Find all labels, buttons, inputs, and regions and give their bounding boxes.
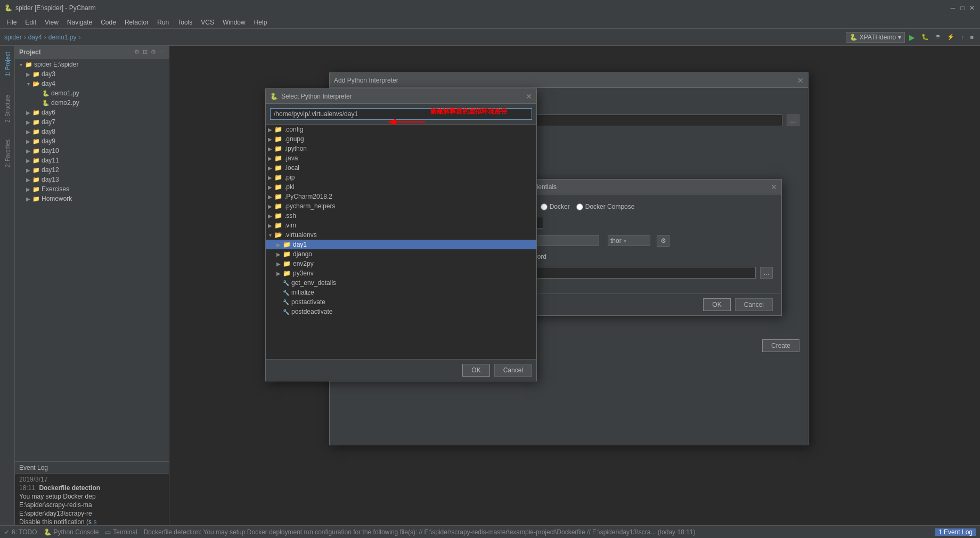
panel-header: Project ⚙ ⊞ ⚙ ─ <box>15 46 169 59</box>
menu-code[interactable]: Code <box>96 18 120 27</box>
radio-docker-compose[interactable]: Docker Compose <box>576 203 635 210</box>
sidebar-favorites-icon[interactable]: 2: Favorites <box>2 137 13 169</box>
file-item-ssh[interactable]: ▶ 📁 .ssh <box>266 211 536 221</box>
menu-run[interactable]: Run <box>153 18 173 27</box>
file-item-virtualenvs[interactable]: ▾ 📂 .virtualenvs <box>266 230 536 240</box>
radio-docker[interactable]: Docker <box>541 203 570 210</box>
file-env2py-arrow: ▶ <box>274 261 283 267</box>
status-bar: ✓ 6: TODO 🐍 Python Console ▭ Terminal Do… <box>0 525 980 538</box>
tree-item-day12[interactable]: ▶ 📁 day12 <box>15 165 169 175</box>
sidebar-project-icon[interactable]: 1: Project <box>2 48 13 80</box>
file-item-gnupg[interactable]: ▶ 📁 .gnupg <box>266 134 536 144</box>
update-button[interactable]: ↑ <box>959 33 966 42</box>
tree-item-demo2[interactable]: 🐍 demo2.py <box>15 98 169 108</box>
menu-view[interactable]: View <box>40 18 63 27</box>
auth-extra-combo[interactable]: thor ▾ <box>608 235 650 246</box>
status-python-console[interactable]: 🐍 Python Console <box>44 528 99 536</box>
run-config-combo[interactable]: 🐍 XPATHdemo ▾ <box>846 32 905 43</box>
file-item-env2py[interactable]: ▶ 📁 env2py <box>266 259 536 268</box>
panel-settings-icon[interactable]: ⚙ <box>133 48 141 55</box>
file-item-py3env[interactable]: ▶ 📁 py3env <box>266 268 536 278</box>
tree-item-demo1[interactable]: 🐍 demo1.py <box>15 88 169 98</box>
file-pycharm-label: .PyCharm2018.2 <box>284 193 332 200</box>
breadcrumb-demo1[interactable]: demo1.py <box>48 34 77 41</box>
file-item-postactivate[interactable]: 🔧 postactivate <box>266 297 536 307</box>
menu-help[interactable]: Help <box>250 18 272 27</box>
maximize-button[interactable]: □ <box>959 4 966 12</box>
tree-item-day9[interactable]: ▶ 📁 day9 <box>15 136 169 146</box>
tree-item-day8[interactable]: ▶ 📁 day8 <box>15 127 169 136</box>
file-item-ipython[interactable]: ▶ 📁 .ipython <box>266 144 536 153</box>
dialog-inner-cancel-button[interactable]: Cancel <box>735 298 773 311</box>
file-item-vim[interactable]: ▶ 📁 .vim <box>266 221 536 230</box>
file-item-pki[interactable]: ▶ 📁 .pki <box>266 182 536 192</box>
title-bar-left: 🐍 spider [E:\spider] - PyCharm <box>4 4 96 12</box>
file-item-config[interactable]: ▶ 📁 .config <box>266 125 536 134</box>
close-button[interactable]: ✕ <box>968 4 976 12</box>
profile-button[interactable]: ⚡ <box>945 32 957 42</box>
sidebar-structure-icon[interactable]: 2: Structure <box>2 93 13 125</box>
tree-item-day6[interactable]: ▶ 📁 day6 <box>15 108 169 117</box>
tree-day9-label: day9 <box>42 137 55 145</box>
tree-item-day7[interactable]: ▶ 📁 day7 <box>15 117 169 127</box>
radio-docker-compose-input[interactable] <box>576 203 583 210</box>
status-todo[interactable]: ✓ 6: TODO <box>4 528 37 536</box>
run-config-label: XPATHdemo <box>860 34 896 41</box>
radio-docker-input[interactable] <box>541 203 548 210</box>
panel-expand-icon[interactable]: ⊞ <box>142 48 149 55</box>
status-terminal[interactable]: ▭ Terminal <box>105 528 137 536</box>
run-button[interactable]: ▶ <box>907 32 917 43</box>
tree-root[interactable]: ▾ 📁 spider E:\spider <box>15 60 169 69</box>
file-item-initialize[interactable]: 🔧 initialize <box>266 288 536 297</box>
file-initialize-icon: 🔧 <box>283 290 289 296</box>
breadcrumb-day4[interactable]: day4 <box>28 34 42 41</box>
file-item-day1[interactable]: ▶ 📁 day1 <box>266 240 536 249</box>
file-item-postdeactivate[interactable]: 🔧 postdeactivate <box>266 307 536 316</box>
menu-window[interactable]: Window <box>218 18 250 27</box>
dialog-file-ok-button[interactable]: OK <box>462 364 489 377</box>
tree-demo2-icon: 🐍 <box>42 99 50 107</box>
tree-item-homework[interactable]: ▶ 📁 Homework <box>15 194 169 203</box>
menu-edit[interactable]: Edit <box>21 18 40 27</box>
status-event-badge[interactable]: 1 Event Log <box>935 528 976 536</box>
file-item-java[interactable]: ▶ 📁 .java <box>266 153 536 163</box>
extra-browse-button[interactable]: … <box>760 267 773 279</box>
menu-file[interactable]: File <box>2 18 21 27</box>
menu-refactor[interactable]: Refactor <box>120 18 153 27</box>
file-item-django[interactable]: ▶ 📁 django <box>266 249 536 259</box>
panel-gear-icon[interactable]: ⚙ <box>150 48 157 55</box>
more-button[interactable]: ≡ <box>968 33 976 42</box>
create-button[interactable]: Create <box>762 339 799 352</box>
file-ipython-icon: 📁 <box>274 145 282 152</box>
tree-item-day13[interactable]: ▶ 📁 day13 <box>15 175 169 184</box>
tree-item-day4[interactable]: ▾ 📂 day4 <box>15 79 169 88</box>
panel-close-icon[interactable]: ─ <box>158 48 165 55</box>
tree-item-day10[interactable]: ▶ 📁 day10 <box>15 146 169 156</box>
dialog-file-close-button[interactable]: ✕ <box>526 92 532 101</box>
event-log-link[interactable]: s <box>93 518 96 526</box>
auth-settings-button[interactable]: ⚙ <box>657 235 669 247</box>
file-item-local[interactable]: ▶ 📁 .local <box>266 163 536 173</box>
file-item-helpers[interactable]: ▶ 📁 .pycharm_helpers <box>266 201 536 211</box>
dialog-file-cancel-button[interactable]: Cancel <box>494 364 532 377</box>
dialog-file-path-input[interactable] <box>270 108 532 120</box>
file-helpers-arrow: ▶ <box>266 203 274 209</box>
tree-item-day3[interactable]: ▶ 📁 day3 <box>15 69 169 79</box>
dialog-inner-ok-button[interactable]: OK <box>703 298 730 311</box>
dialog-inner-close-button[interactable]: ✕ <box>771 183 777 191</box>
file-item-pip[interactable]: ▶ 📁 .pip <box>266 173 536 182</box>
minimize-button[interactable]: ─ <box>949 4 957 12</box>
tree-item-exercises[interactable]: ▶ 📁 Exercises <box>15 184 169 194</box>
interpreter-path-browse-button[interactable]: … <box>787 115 799 126</box>
menu-vcs[interactable]: VCS <box>197 18 218 27</box>
event-log-line4: Disable this notification (s s <box>19 518 165 526</box>
coverage-button[interactable]: ☂ <box>933 32 943 42</box>
breadcrumb-spider[interactable]: spider <box>4 34 22 41</box>
tree-item-day11[interactable]: ▶ 📁 day11 <box>15 156 169 165</box>
menu-tools[interactable]: Tools <box>173 18 197 27</box>
debug-button[interactable]: 🐛 <box>919 32 931 42</box>
dialog-bg-close-button[interactable]: ✕ <box>797 76 804 85</box>
file-item-get-env[interactable]: 🔧 get_env_details <box>266 278 536 288</box>
file-item-pycharm[interactable]: ▶ 📁 .PyCharm2018.2 <box>266 192 536 201</box>
menu-navigate[interactable]: Navigate <box>63 18 96 27</box>
